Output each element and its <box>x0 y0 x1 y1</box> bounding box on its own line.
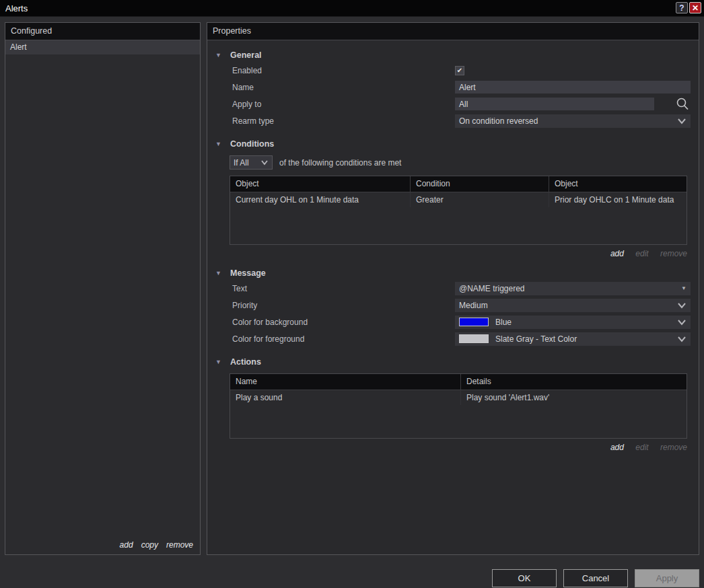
priority-dropdown[interactable]: Medium <box>455 299 691 312</box>
alerts-dialog: { "window": { "title": "Alerts" }, "icon… <box>0 0 704 588</box>
section-message[interactable]: ▼ Message <box>207 266 699 280</box>
section-actions[interactable]: ▼ Actions <box>207 355 699 369</box>
name-input[interactable]: Alert <box>455 81 691 94</box>
apply-button: Apply <box>635 569 699 587</box>
table-row[interactable]: Play a sound Play sound 'Alert1.wav' <box>230 390 687 405</box>
combo-arrow-icon: ▼ <box>681 285 687 291</box>
add-action-link[interactable]: add <box>610 443 624 452</box>
conditions-table-header: Object Condition Object <box>230 176 687 192</box>
column-header: Details <box>461 374 687 390</box>
conditions-links: add edit remove <box>230 249 687 258</box>
bg-color-dropdown[interactable]: Blue <box>455 316 691 329</box>
titlebar: Alerts ? ✕ <box>0 0 704 17</box>
column-header: Condition <box>411 176 549 192</box>
fg-color-dropdown[interactable]: Slate Gray - Text Color <box>455 332 691 346</box>
bg-color-row: Color for background Blue <box>207 314 699 330</box>
rearm-label: Rearm type <box>232 116 274 126</box>
table-row[interactable]: Current day OHL on 1 Minute data Greater… <box>230 192 687 207</box>
name-label: Name <box>232 83 254 92</box>
chevron-down-icon <box>677 319 687 326</box>
section-message-title: Message <box>230 268 266 278</box>
actions-table-body: Play a sound Play sound 'Alert1.wav' <box>230 390 687 438</box>
properties-panel-header: Properties <box>207 23 699 40</box>
name-row: Name Alert <box>207 79 699 96</box>
apply-to-input[interactable]: All <box>455 98 654 110</box>
fg-color-value: Slate Gray - Text Color <box>495 334 577 344</box>
message-text-value: @NAME triggered <box>459 284 525 293</box>
configured-links: add copy remove <box>120 540 193 550</box>
fg-color-label: Color for foreground <box>232 334 304 344</box>
conditions-table: Object Condition Object Current day OHL … <box>230 176 687 245</box>
enabled-checkbox[interactable]: ✔ <box>455 66 464 75</box>
priority-label: Priority <box>232 301 257 310</box>
condition-operator-cell: Greater <box>411 192 549 207</box>
section-conditions[interactable]: ▼ Conditions <box>207 137 699 151</box>
action-details-cell: Play sound 'Alert1.wav' <box>461 390 687 405</box>
bg-color-value: Blue <box>495 318 512 327</box>
close-icon: ✕ <box>692 3 699 13</box>
bg-color-swatch <box>459 318 489 326</box>
titlebar-buttons: ? ✕ <box>676 2 701 13</box>
column-header: Name <box>230 374 461 390</box>
column-header: Object <box>549 176 687 192</box>
remove-action-link: remove <box>660 443 687 452</box>
search-icon <box>674 96 691 112</box>
edit-action-link: edit <box>635 443 648 452</box>
enabled-row: Enabled ✔ <box>207 62 699 79</box>
apply-to-search-button[interactable] <box>674 96 691 112</box>
help-button[interactable]: ? <box>676 2 688 13</box>
message-text-label: Text <box>232 284 247 293</box>
fg-color-swatch <box>459 334 489 343</box>
remove-condition-link: remove <box>660 249 687 258</box>
configured-panel: Configured Alert add copy remove <box>5 22 201 555</box>
ok-button[interactable]: OK <box>492 569 557 587</box>
priority-value: Medium <box>459 301 488 310</box>
chevron-down-icon <box>677 118 687 124</box>
section-conditions-title: Conditions <box>230 139 274 149</box>
actions-table-header: Name Details <box>230 374 687 390</box>
section-general-title: General <box>230 50 262 60</box>
if-all-value: If All <box>234 158 249 168</box>
condition-object-cell: Current day OHL on 1 Minute data <box>230 192 411 207</box>
conditions-suffix-text: of the following conditions are met <box>279 158 401 168</box>
copy-alert-link[interactable]: copy <box>141 540 158 550</box>
section-general[interactable]: ▼ General <box>207 48 699 62</box>
fg-color-row: Color for foreground Slate Gray - Text C… <box>207 330 699 347</box>
message-text-combo[interactable]: @NAME triggered ▼ <box>455 282 691 295</box>
configured-panel-header: Configured <box>5 23 200 40</box>
window-title: Alerts <box>5 3 28 13</box>
remove-alert-link[interactable]: remove <box>166 540 193 550</box>
check-icon: ✔ <box>457 67 462 74</box>
section-actions-title: Actions <box>230 357 261 367</box>
actions-links: add edit remove <box>230 443 687 452</box>
rearm-dropdown[interactable]: On condition reversed <box>455 114 691 128</box>
properties-panel: Properties ▼ General Enabled ✔ Name Aler… <box>207 22 699 555</box>
help-icon: ? <box>679 3 684 13</box>
enabled-label: Enabled <box>232 66 262 75</box>
add-alert-link[interactable]: add <box>120 540 133 550</box>
message-text-row: Text @NAME triggered ▼ <box>207 280 699 297</box>
add-condition-link[interactable]: add <box>610 249 624 258</box>
chevron-down-icon <box>260 159 269 166</box>
rearm-value: On condition reversed <box>459 116 538 126</box>
action-name-cell: Play a sound <box>230 390 461 405</box>
cancel-button[interactable]: Cancel <box>563 569 628 587</box>
collapse-icon: ▼ <box>215 359 230 365</box>
close-button[interactable]: ✕ <box>689 2 701 13</box>
apply-to-label: Apply to <box>232 100 261 109</box>
edit-condition-link: edit <box>635 249 648 258</box>
conditions-table-body: Current day OHL on 1 Minute data Greater… <box>230 192 687 244</box>
collapse-icon: ▼ <box>215 52 230 59</box>
if-all-dropdown[interactable]: If All <box>230 155 273 170</box>
rearm-row: Rearm type On condition reversed <box>207 112 699 129</box>
actions-table: Name Details Play a sound Play sound 'Al… <box>230 373 687 439</box>
chevron-down-icon <box>677 336 687 342</box>
column-header: Object <box>230 176 411 192</box>
apply-to-row: Apply to All <box>207 96 699 112</box>
list-item-alert[interactable]: Alert <box>5 40 200 54</box>
bg-color-label: Color for background <box>232 318 308 327</box>
collapse-icon: ▼ <box>215 270 230 277</box>
conditions-logic-row: If All of the following conditions are m… <box>230 155 699 170</box>
chevron-down-icon <box>677 302 687 309</box>
condition-object2-cell: Prior day OHLC on 1 Minute data <box>549 192 687 207</box>
